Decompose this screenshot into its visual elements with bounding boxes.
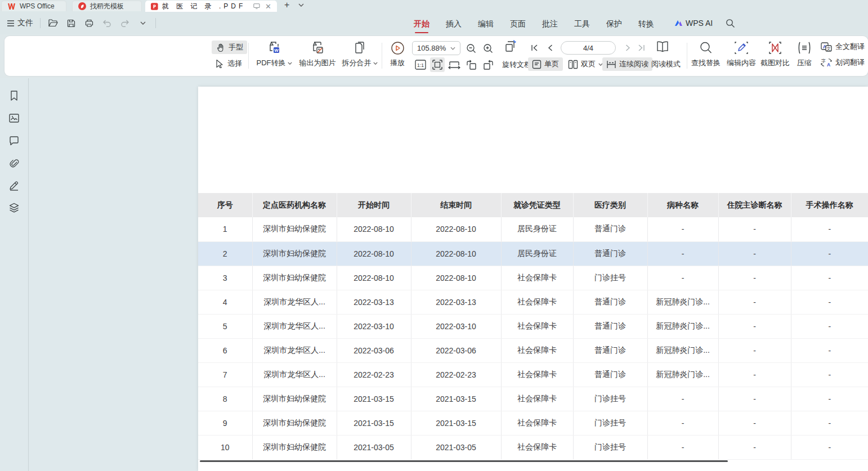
column-header: 住院主诊断名称 (718, 193, 791, 217)
continuous-read-button[interactable]: 连续阅读 (602, 57, 652, 71)
table-cell: 社会保障卡 (501, 290, 573, 314)
wps-logo-icon (7, 3, 16, 10)
page-number-input[interactable]: 4/4 (561, 41, 616, 55)
actual-size-button[interactable]: 1:1 (413, 57, 428, 72)
table-cell: 2022-03-06 (337, 338, 411, 362)
menu-item-tools[interactable]: 工具 (574, 17, 590, 29)
compress-button[interactable]: 压缩 (793, 39, 816, 68)
medical-records-table: 序号定点医药机构名称开始时间结束时间就诊凭证类型医疗类别病种名称住院主诊断名称手… (198, 193, 868, 460)
file-menu-button[interactable]: 文件 (7, 18, 33, 28)
read-mode-button[interactable]: 阅读模式 (647, 57, 684, 71)
zoom-out-button[interactable] (464, 41, 478, 56)
word-translate-button[interactable]: 字A 划词翻译 (821, 57, 868, 68)
print-button[interactable] (83, 17, 95, 29)
docer-logo-icon (78, 2, 86, 10)
attachment-icon[interactable] (7, 156, 21, 170)
full-translate-button[interactable]: A文 全文翻译 (821, 42, 865, 52)
table-cell: - (647, 266, 718, 290)
divider (40, 18, 41, 28)
table-cell: - (718, 435, 791, 459)
split-merge-button[interactable]: 拆分合并 (339, 39, 381, 68)
tab-list-chevron-icon[interactable] (298, 3, 304, 7)
table-cell: 新冠肺炎门诊... (647, 314, 718, 338)
double-page-button[interactable]: 双页 (564, 57, 607, 71)
tab-document-pdf[interactable]: 就 医 记 录 .PDF ✕ (145, 1, 277, 12)
read-mode-icon-button[interactable] (655, 39, 670, 54)
pdf-convert-button[interactable]: W PDF转换 (252, 39, 296, 68)
wps-ai-button[interactable]: WPS AI (674, 19, 713, 28)
thumbnail-icon[interactable] (7, 111, 21, 125)
table-cell: 深圳市龙华区人... (252, 362, 337, 387)
table-cell: - (791, 290, 868, 314)
screenshot-compare-button[interactable]: 截图对比 (759, 39, 791, 68)
comment-icon[interactable] (7, 134, 21, 147)
menu-bar: 文件 开始插入编辑页面批注工具保护转换 WPS AI (0, 12, 868, 34)
undo-button[interactable] (101, 17, 113, 29)
close-tab-icon[interactable]: ✕ (265, 2, 271, 11)
play-label: 播放 (390, 58, 405, 68)
menu-item-convert[interactable]: 转换 (638, 17, 654, 29)
table-cell: 普通门诊 (573, 217, 647, 241)
search-icon[interactable] (726, 19, 735, 28)
table-cell: - (791, 362, 868, 387)
rotate-document-icon (503, 39, 518, 54)
save-button[interactable] (65, 17, 77, 29)
zoom-level-dropdown[interactable]: 105.88% (412, 41, 460, 55)
fit-width-button[interactable] (447, 57, 462, 72)
first-page-button[interactable] (528, 41, 540, 55)
tab-docer-templates[interactable]: 找稻壳模板 (72, 1, 142, 11)
menu-item-edit[interactable]: 编辑 (478, 17, 494, 29)
table-cell: - (647, 217, 718, 241)
edit-content-button[interactable]: 编辑内容 (725, 39, 758, 68)
menu-item-home[interactable]: 开始 (414, 17, 429, 29)
table-row: 3深圳市妇幼保健院2022-08-102022-08-10社会保障卡门诊挂号--… (198, 266, 868, 290)
column-header: 结束时间 (411, 193, 501, 217)
layers-icon[interactable] (7, 201, 21, 214)
menu-item-annotate[interactable]: 批注 (542, 17, 558, 29)
menu-item-page[interactable]: 页面 (510, 17, 526, 29)
fit-page-button[interactable] (430, 57, 445, 72)
table-cell: 9 (198, 411, 252, 435)
table-cell: 普通门诊 (573, 338, 647, 362)
tab-wps-office[interactable]: WPS Office (1, 1, 66, 11)
rotate-document-label[interactable]: 旋转文档 (502, 60, 531, 70)
next-page-button[interactable] (621, 41, 634, 55)
svg-text:W: W (274, 48, 279, 53)
table-cell: - (791, 411, 868, 435)
rotate-document-button[interactable] (503, 39, 518, 54)
table-cell: 深圳市妇幼保健院 (252, 435, 337, 459)
zoom-in-button[interactable] (481, 41, 495, 56)
menu-item-protect[interactable]: 保护 (606, 17, 622, 29)
hand-tool-button[interactable]: 手型 (212, 41, 247, 54)
monitor-icon[interactable] (253, 3, 260, 10)
table-bottom-scrollbar[interactable] (200, 460, 728, 462)
full-translate-label: 全文翻译 (835, 42, 865, 52)
table-cell: 3 (198, 266, 252, 290)
table-cell: 深圳市妇幼保健院 (252, 266, 337, 290)
printer-icon (85, 19, 93, 28)
last-page-button[interactable] (635, 41, 647, 55)
table-cell: 2022-08-10 (337, 241, 411, 266)
bookmark-icon[interactable] (7, 89, 21, 102)
rotate-right-button[interactable] (481, 57, 495, 72)
select-tool-button[interactable]: 选择 (212, 57, 246, 70)
find-replace-button[interactable]: 查找替换 (689, 39, 723, 68)
redo-button[interactable] (119, 17, 131, 29)
table-cell: 社会保障卡 (501, 362, 573, 387)
signature-icon[interactable] (7, 178, 21, 192)
new-tab-button[interactable]: + (284, 0, 289, 10)
single-page-button[interactable]: 单页 (528, 57, 563, 71)
wps-ai-label: WPS AI (686, 19, 713, 28)
play-button[interactable]: 播放 (385, 39, 410, 68)
table-cell: - (647, 435, 718, 459)
rotate-left-button[interactable] (464, 57, 478, 72)
menu-item-insert[interactable]: 插入 (446, 17, 462, 29)
export-image-button[interactable]: 输出为图片 (296, 39, 339, 68)
table-cell: 深圳市妇幼保健院 (252, 241, 337, 266)
table-cell: 2021-03-15 (411, 387, 501, 411)
quick-access-chevron[interactable] (137, 17, 149, 29)
open-file-button[interactable] (47, 17, 59, 29)
previous-page-button[interactable] (544, 41, 556, 55)
table-cell: 6 (198, 338, 252, 362)
table-cell: 2021-03-05 (411, 435, 501, 459)
